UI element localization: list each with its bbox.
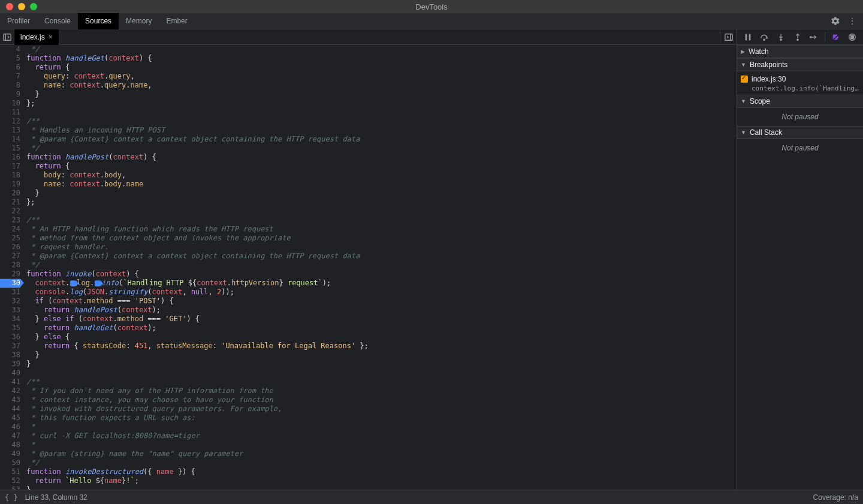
code-line[interactable]: */ [26, 45, 737, 54]
tab-console[interactable]: Console [37, 13, 78, 29]
code-line[interactable]: * this function expects a URL such as: [26, 414, 737, 422]
code-line[interactable]: } [26, 189, 737, 198]
code-line[interactable]: * request handler. [26, 243, 737, 252]
line-number[interactable]: 14 [0, 135, 20, 144]
line-number[interactable]: 48 [0, 440, 20, 449]
close-icon[interactable]: × [49, 33, 53, 41]
deactivate-breakpoints-icon[interactable] [830, 31, 842, 43]
code-line[interactable]: * If you don't need any of the HTTP info… [26, 387, 737, 396]
code-line[interactable]: * method from the context object and inv… [26, 234, 737, 243]
line-number[interactable]: 24 [0, 225, 20, 234]
tab-profiler[interactable]: Profiler [0, 13, 37, 29]
line-number[interactable]: 30 [0, 279, 20, 288]
line-number[interactable]: 18 [0, 171, 20, 180]
line-number[interactable]: 5 [0, 54, 20, 63]
line-number[interactable]: 10 [0, 99, 20, 108]
code-line[interactable]: return { [26, 63, 737, 72]
line-number[interactable]: 4 [0, 45, 20, 54]
settings-icon[interactable] [829, 15, 841, 27]
step-into-icon[interactable] [775, 31, 787, 43]
code-line[interactable]: * @param {Context} context a context obj… [26, 135, 737, 144]
line-number[interactable]: 31 [0, 288, 20, 297]
code-line[interactable]: return handleGet(context); [26, 324, 737, 333]
code-line[interactable] [26, 108, 737, 117]
code-line[interactable]: query: context.query, [26, 72, 737, 81]
code-line[interactable]: function invoke(context) { [26, 270, 737, 279]
line-number[interactable]: 26 [0, 243, 20, 252]
line-number[interactable]: 51 [0, 467, 20, 476]
scope-section-header[interactable]: ▼ Scope [737, 95, 863, 108]
pause-icon[interactable] [742, 31, 754, 43]
code-line[interactable] [26, 369, 737, 378]
code-line[interactable]: * @param {string} name the "name" query … [26, 449, 737, 458]
maximize-window-button[interactable] [30, 3, 37, 10]
code-line[interactable]: } else { [26, 333, 737, 342]
run-snippet-icon[interactable] [720, 31, 737, 43]
line-number[interactable]: 16 [0, 153, 20, 162]
code-line[interactable]: } [26, 485, 737, 490]
line-number[interactable]: 43 [0, 396, 20, 405]
line-number[interactable]: 12 [0, 117, 20, 126]
code-line[interactable]: return { [26, 162, 737, 171]
line-number[interactable]: 32 [0, 297, 20, 306]
tab-sources[interactable]: Sources [78, 13, 119, 29]
line-number[interactable]: 49 [0, 449, 20, 458]
code-line[interactable]: function handlePost(context) { [26, 153, 737, 162]
breakpoint-item[interactable]: index.js:30 [741, 74, 859, 84]
line-number[interactable]: 20 [0, 189, 20, 198]
code-line[interactable]: body: context.body, [26, 171, 737, 180]
code-editor[interactable]: 4567891011121314151617181920212223242526… [0, 45, 737, 490]
line-number[interactable]: 28 [0, 261, 20, 270]
tab-ember[interactable]: Ember [159, 13, 194, 29]
callstack-section-header[interactable]: ▼ Call Stack [737, 126, 863, 139]
line-number[interactable]: 35 [0, 324, 20, 333]
code-line[interactable]: }; [26, 99, 737, 108]
line-number[interactable]: 41 [0, 378, 20, 387]
step-icon[interactable] [808, 31, 820, 43]
code-line[interactable]: * invoked with destructured query parame… [26, 405, 737, 414]
code-line[interactable]: } else if (context.method === 'GET') { [26, 315, 737, 324]
breakpoint-checkbox[interactable] [741, 76, 748, 83]
watch-section-header[interactable]: ▶ Watch [737, 45, 863, 58]
line-number[interactable]: 42 [0, 387, 20, 396]
code-line[interactable]: * curl -X GET localhost:8080?name=tiger [26, 431, 737, 440]
step-out-icon[interactable] [792, 31, 804, 43]
code-line[interactable]: return handlePost(context); [26, 306, 737, 315]
file-tab-index-js[interactable]: index.js × [14, 29, 59, 45]
line-number[interactable]: 37 [0, 342, 20, 351]
line-number[interactable]: 25 [0, 234, 20, 243]
code-line[interactable]: } [26, 90, 737, 99]
line-number[interactable]: 19 [0, 180, 20, 189]
code-line[interactable]: console.log(JSON.stringify(context, null… [26, 288, 737, 297]
line-number[interactable]: 50 [0, 458, 20, 467]
code-line[interactable]: } [26, 360, 737, 369]
code-line[interactable]: return `Hello ${name}!`; [26, 476, 737, 485]
more-icon[interactable]: ⋮ [846, 15, 858, 27]
line-number[interactable]: 38 [0, 351, 20, 360]
code-line[interactable]: */ [26, 458, 737, 467]
line-number[interactable]: 34 [0, 315, 20, 324]
line-number[interactable]: 27 [0, 252, 20, 261]
format-icon[interactable]: { } [5, 493, 18, 502]
line-number[interactable]: 6 [0, 63, 20, 72]
line-number[interactable]: 44 [0, 405, 20, 414]
code-line[interactable]: /** [26, 117, 737, 126]
pause-on-exceptions-icon[interactable] [846, 31, 858, 43]
line-number[interactable]: 52 [0, 476, 20, 485]
step-over-icon[interactable] [759, 31, 771, 43]
line-number[interactable]: 17 [0, 162, 20, 171]
code-line[interactable]: context.log.info(`Handling HTTP ${contex… [26, 279, 737, 288]
code-line[interactable]: function invokeDestructured({ name }) { [26, 467, 737, 476]
line-number[interactable]: 21 [0, 198, 20, 207]
code-line[interactable]: /** [26, 216, 737, 225]
code-line[interactable]: name: context.body.name [26, 180, 737, 189]
navigator-toggle-icon[interactable] [0, 29, 14, 45]
line-number[interactable]: 11 [0, 108, 20, 117]
line-number[interactable]: 36 [0, 333, 20, 342]
line-number[interactable]: 45 [0, 414, 20, 422]
code-line[interactable]: function handleGet(context) { [26, 54, 737, 63]
code-line[interactable]: } [26, 351, 737, 360]
code-line[interactable]: * Handles an incoming HTTP POST [26, 126, 737, 135]
breakpoints-section-header[interactable]: ▼ Breakpoints [737, 58, 863, 71]
line-number[interactable]: 29 [0, 270, 20, 279]
